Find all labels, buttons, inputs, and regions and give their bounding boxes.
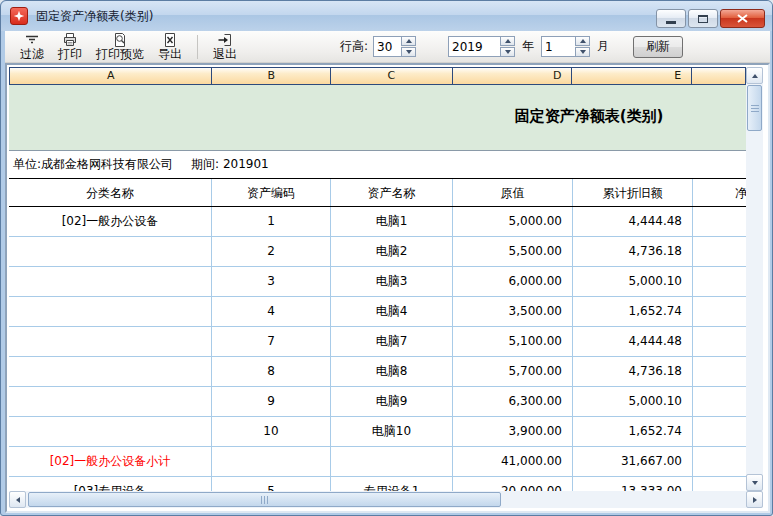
cell-original-value[interactable]: 6,000.00 [453,267,573,296]
cell-original-value[interactable]: 41,000.00 [453,447,573,476]
cell-accumulated-depreciation[interactable]: 4,736.18 [573,357,693,386]
cell-original-value[interactable]: 5,000.00 [453,207,573,236]
cell-accumulated-depreciation[interactable]: 31,667.00 [573,447,693,476]
horizontal-scroll-thumb[interactable] [28,492,501,507]
year-down-button[interactable] [500,47,515,57]
cell-net-value[interactable] [693,237,746,266]
cell-asset-code[interactable]: 3 [212,267,331,296]
header-original-value[interactable]: 原值 [453,179,573,206]
cell-net-value[interactable] [693,387,746,416]
app-icon[interactable] [10,7,28,25]
cell-asset-name[interactable]: 电脑1 [331,207,453,236]
month-down-button[interactable] [575,47,590,57]
scroll-left-button[interactable] [9,491,26,508]
column-header-f[interactable] [692,68,745,84]
cell-asset-name[interactable]: 电脑7 [331,327,453,356]
cell-original-value[interactable]: 5,500.00 [453,237,573,266]
cell-asset-code[interactable] [212,447,331,476]
cell-accumulated-depreciation[interactable]: 5,000.10 [573,387,693,416]
filter-button[interactable]: 过滤 [13,31,51,62]
close-button[interactable] [720,9,765,28]
cell-asset-code[interactable]: 5 [212,477,331,491]
cell-category[interactable] [9,267,212,296]
header-accumulated-depreciation[interactable]: 累计折旧额 [573,179,693,206]
print-preview-button[interactable]: 打印预览 [89,31,151,62]
cell-asset-name[interactable]: 专用设备1 [331,477,453,491]
cell-category[interactable] [9,387,212,416]
exit-button[interactable]: 退出 [206,31,244,62]
row-height-up-button[interactable] [401,36,416,46]
cell-asset-code[interactable]: 2 [212,237,331,266]
cell-category[interactable] [9,357,212,386]
column-header-a[interactable]: A [10,68,212,84]
export-button[interactable]: 导出 [151,31,189,62]
year-input[interactable] [448,36,500,57]
column-header-e[interactable]: E [572,68,692,84]
maximize-button[interactable] [688,9,718,28]
header-asset-name[interactable]: 资产名称 [331,179,453,206]
cell-original-value[interactable]: 6,300.00 [453,387,573,416]
cell-asset-name[interactable]: 电脑8 [331,357,453,386]
cell-original-value[interactable]: 5,700.00 [453,357,573,386]
row-height-input[interactable] [373,36,401,57]
minimize-button[interactable] [656,9,686,28]
cell-accumulated-depreciation[interactable]: 1,652.74 [573,297,693,326]
cell-category[interactable]: [03]专用设备 [9,477,212,491]
cell-asset-name[interactable]: 电脑3 [331,267,453,296]
cell-asset-code[interactable]: 4 [212,297,331,326]
scroll-down-button[interactable] [746,474,763,491]
scroll-right-button[interactable] [746,491,763,508]
column-header-d[interactable]: D [453,68,573,84]
cell-net-value[interactable] [693,327,746,356]
cell-net-value[interactable] [693,447,746,476]
print-button[interactable]: 打印 [51,31,89,62]
cell-accumulated-depreciation[interactable]: 13,333.00 [573,477,693,491]
vertical-scrollbar[interactable] [746,67,763,491]
cell-category-subtotal[interactable]: [02]一般办公设备小计 [9,447,212,476]
cell-net-value[interactable] [693,207,746,236]
cell-net-value[interactable] [693,267,746,296]
cell-category[interactable] [9,237,212,266]
cell-net-value[interactable] [693,477,746,491]
cell-asset-code[interactable]: 1 [212,207,331,236]
refresh-button[interactable]: 刷新 [633,36,683,58]
cell-asset-name[interactable]: 电脑2 [331,237,453,266]
cell-asset-code[interactable]: 8 [212,357,331,386]
cell-asset-name[interactable] [331,447,453,476]
header-category[interactable]: 分类名称 [9,179,212,206]
cell-asset-name[interactable]: 电脑9 [331,387,453,416]
cell-original-value[interactable]: 3,500.00 [453,297,573,326]
cell-asset-name[interactable]: 电脑4 [331,297,453,326]
month-input[interactable] [541,36,575,57]
vertical-scroll-thumb[interactable] [747,85,762,131]
cell-category[interactable] [9,297,212,326]
cell-category[interactable] [9,327,212,356]
title-bar[interactable]: 固定资产净额表(类别) [1,1,773,31]
column-header-c[interactable]: C [331,68,453,84]
cell-accumulated-depreciation[interactable]: 4,736.18 [573,237,693,266]
horizontal-scrollbar[interactable] [9,491,763,508]
cell-accumulated-depreciation[interactable]: 5,000.10 [573,267,693,296]
cell-accumulated-depreciation[interactable]: 4,444.48 [573,207,693,236]
cell-asset-name[interactable]: 电脑10 [331,417,453,446]
cell-original-value[interactable]: 5,100.00 [453,327,573,356]
cell-asset-code[interactable]: 7 [212,327,331,356]
cell-category[interactable]: [02]一般办公设备 [9,207,212,236]
cell-net-value[interactable] [693,297,746,326]
row-height-down-button[interactable] [401,47,416,57]
header-asset-code[interactable]: 资产编码 [212,179,331,206]
column-header-b[interactable]: B [212,68,331,84]
header-net-value[interactable]: 净 [693,179,746,206]
scroll-up-button[interactable] [746,67,763,84]
cell-original-value[interactable]: 20,000.00 [453,477,573,491]
cell-asset-code[interactable]: 9 [212,387,331,416]
cell-category[interactable] [9,417,212,446]
cell-net-value[interactable] [693,417,746,446]
cell-accumulated-depreciation[interactable]: 4,444.48 [573,327,693,356]
cell-net-value[interactable] [693,357,746,386]
cell-accumulated-depreciation[interactable]: 1,652.74 [573,417,693,446]
month-up-button[interactable] [575,36,590,46]
cell-original-value[interactable]: 3,900.00 [453,417,573,446]
year-up-button[interactable] [500,36,515,46]
cell-asset-code[interactable]: 10 [212,417,331,446]
